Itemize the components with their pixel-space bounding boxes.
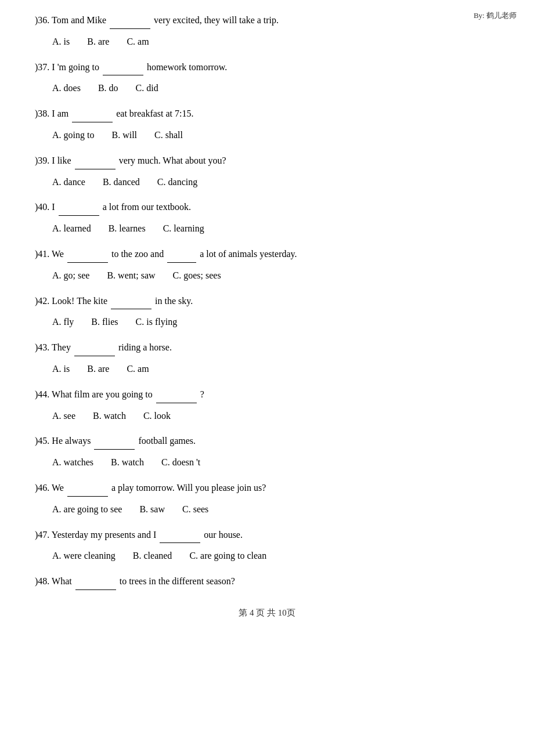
option-value: flies [102, 317, 118, 327]
blank [110, 12, 150, 29]
question-text-before: I like [52, 155, 71, 165]
question-text-after: very much. What about you? [119, 155, 226, 165]
question-q37: )37. I 'm going to homework tomorrow.A. … [35, 59, 499, 97]
blank [75, 573, 116, 590]
question-text-after: a play tomorrow. Will you please join us… [111, 483, 266, 493]
option-value: are [98, 37, 110, 46]
option-q44-1: B. watch [93, 408, 126, 425]
option-label: B. [109, 223, 120, 233]
option-label: A. [52, 551, 64, 560]
option-q40-2: C. learning [163, 220, 204, 237]
question-number: )46. [35, 483, 52, 493]
option-q47-2: C. are going to clean [189, 548, 266, 565]
questions-container: )36. Tom and Mike very excited, they wil… [35, 12, 499, 590]
question-q46: )46. We a play tomorrow. Will you please… [35, 479, 499, 518]
option-q37-2: C. did [136, 80, 158, 97]
options-row-q43: A. isB. areC. am [35, 361, 499, 378]
option-q41-0: A. go; see [52, 267, 89, 284]
question-text-middle: to the zoo and [111, 249, 164, 259]
option-value: is flying [146, 317, 177, 327]
option-q47-0: A. were cleaning [52, 548, 116, 565]
option-q44-2: C. look [143, 408, 171, 425]
options-row-q37: A. doesB. doC. did [35, 80, 499, 97]
option-label: B. [111, 130, 122, 140]
question-number: )37. [35, 62, 52, 72]
question-number: )45. [35, 436, 52, 446]
option-value: goes; sees [183, 270, 221, 280]
blank [75, 152, 116, 169]
question-q48: )48. What to trees in the different seas… [35, 573, 499, 590]
option-label: C. [143, 411, 154, 421]
question-q43: )43. They riding a horse.A. isB. areC. a… [35, 339, 499, 378]
option-value: are [98, 364, 110, 374]
question-text-q39: )39. I like very much. What about you? [35, 152, 499, 169]
question-text-q36: )36. Tom and Mike very excited, they wil… [35, 12, 499, 29]
option-value: do [109, 83, 118, 93]
question-number: )41. [35, 249, 52, 259]
option-value: fly [64, 317, 74, 327]
option-q41-1: B. went; saw [107, 267, 155, 284]
option-q42-0: A. fly [52, 314, 74, 331]
option-q41-2: C. goes; sees [173, 267, 221, 284]
question-text-q40: )40. I a lot from our textbook. [35, 198, 499, 216]
question-q39: )39. I like very much. What about you?A.… [35, 152, 499, 191]
blank [111, 292, 151, 310]
options-row-q45: A. watchesB. watchC. doesn 't [35, 454, 499, 471]
options-row-q44: A. seeB. watchC. look [35, 408, 499, 425]
options-row-q38: A. going toB. willC. shall [35, 127, 499, 144]
option-value: doesn 't [172, 457, 201, 467]
question-text-q48: )48. What to trees in the different seas… [35, 573, 499, 590]
option-q46-1: B. saw [139, 501, 165, 518]
option-label: B. [103, 177, 114, 187]
option-q43-0: A. is [52, 361, 70, 378]
option-q36-0: A. is [52, 34, 70, 50]
question-number: )36. [35, 15, 52, 25]
question-q41: )41. We to the zoo and a lot of animals … [35, 245, 499, 284]
watermark: By: 鹤儿老师 [474, 10, 517, 21]
question-text-q44: )44. What film are you going to ? [35, 386, 499, 403]
option-label: C. [127, 364, 138, 374]
option-value: dancing [168, 177, 198, 187]
question-number: )42. [35, 296, 52, 306]
option-label: A. [52, 270, 64, 280]
question-text-before: We [52, 249, 64, 259]
question-text-before: I am [52, 108, 68, 118]
option-label: C. [161, 457, 172, 467]
question-text-before: What [52, 576, 72, 586]
option-value: am [138, 364, 149, 374]
option-label: A. [52, 317, 64, 327]
question-text-after: football games. [138, 436, 196, 446]
option-label: C. [189, 551, 200, 560]
option-label: B. [111, 457, 122, 467]
option-value: saw [150, 504, 165, 514]
options-row-q47: A. were cleaningB. cleanedC. are going t… [35, 548, 499, 565]
option-q36-2: C. am [127, 34, 149, 50]
option-q37-0: A. does [52, 80, 81, 97]
option-label: C. [173, 270, 184, 280]
option-q39-0: A. dance [52, 174, 85, 191]
option-q38-1: B. will [111, 127, 137, 144]
question-text-before: They [52, 342, 71, 352]
option-value: watch [122, 457, 144, 467]
blank [94, 432, 135, 450]
option-q40-0: A. learned [52, 220, 91, 237]
question-number: )48. [35, 576, 52, 586]
question-q36: )36. Tom and Mike very excited, they wil… [35, 12, 499, 50]
option-value: learning [174, 223, 204, 233]
question-text-before: I 'm going to [52, 62, 99, 72]
blank [59, 198, 99, 216]
options-row-q40: A. learnedB. learnesC. learning [35, 220, 499, 237]
option-value: does [64, 83, 81, 93]
option-value: look [154, 411, 171, 421]
option-value: shall [165, 130, 183, 140]
option-q42-1: B. flies [91, 314, 118, 331]
footer: 第 4 页 共 10页 [35, 607, 499, 618]
question-text-q38: )38. I am eat breakfast at 7:15. [35, 105, 499, 122]
option-label: B. [87, 37, 98, 46]
option-q37-1: B. do [98, 80, 118, 97]
option-label: B. [107, 270, 118, 280]
options-row-q41: A. go; seeB. went; sawC. goes; sees [35, 267, 499, 284]
question-text-after: a lot from our textbook. [103, 202, 191, 212]
question-number: )39. [35, 155, 52, 165]
question-text-before: Yesterday my presents and I [52, 530, 157, 540]
